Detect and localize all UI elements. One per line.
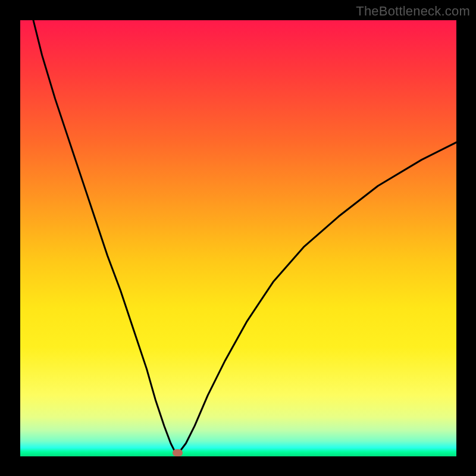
chart-plot-area [20,20,456,456]
minimum-marker [173,449,183,456]
bottleneck-curve [20,20,456,456]
watermark-text: TheBottleneck.com [356,4,470,19]
